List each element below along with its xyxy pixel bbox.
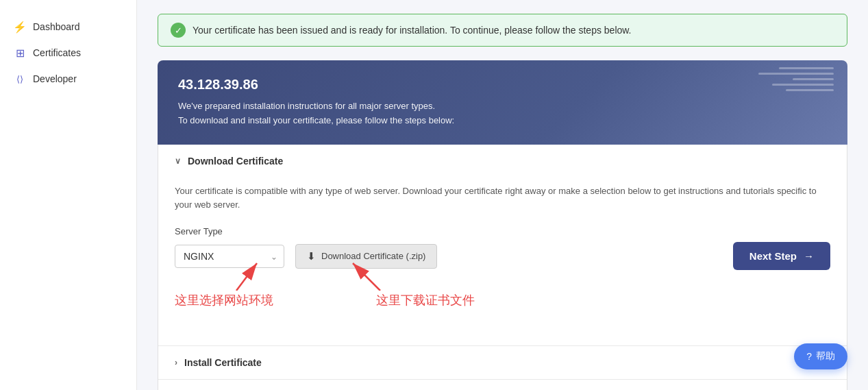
installation-card: 43.128.39.86 We've prepared installation… (158, 60, 847, 390)
success-banner: ✓ Your certificate has been issued and i… (158, 14, 847, 47)
header-card: 43.128.39.86 We've prepared installation… (158, 60, 847, 145)
main-content: ✓ Your certificate has been issued and i… (137, 0, 868, 390)
deco-line (758, 73, 834, 75)
download-actions-row: NGINX Apache IIS cPanel Plesk Other (175, 242, 830, 270)
question-icon: ? (806, 351, 812, 362)
success-message: Your certificate has been issued and is … (193, 25, 632, 36)
server-ip: 43.128.39.86 (178, 77, 827, 93)
arrows-area (158, 311, 847, 345)
decoration (758, 67, 834, 91)
install-title: Install Certificate (184, 357, 262, 368)
deco-line (793, 78, 834, 80)
deco-line (786, 89, 834, 91)
download-btn-label: Download Certificate (.zip) (321, 251, 425, 261)
server-type-label-text: Server Type (175, 226, 830, 236)
sidebar: ⚡ Dashboard ⊞ Certificates ⟨⟩ Developer (0, 0, 137, 390)
sidebar-item-dashboard[interactable]: ⚡ Dashboard (0, 14, 136, 40)
deco-line (779, 67, 834, 69)
complete-section: › Installation Complete (158, 380, 847, 390)
certificates-icon: ⊞ (14, 47, 26, 59)
sidebar-item-developer[interactable]: ⟨⟩ Developer (0, 66, 136, 92)
annotation-right: 这里下载证书文件 (376, 292, 475, 308)
decoration-lines (758, 67, 834, 91)
success-icon: ✓ (171, 23, 186, 38)
sidebar-item-label: Developer (33, 73, 77, 84)
sidebar-item-label: Certificates (33, 47, 81, 58)
download-icon: ⬇ (307, 250, 316, 263)
download-header[interactable]: ∨ Download Certificate (158, 145, 847, 178)
header-desc: We've prepared installation instructions… (178, 99, 827, 128)
complete-header[interactable]: › Installation Complete (158, 380, 847, 390)
sidebar-item-certificates[interactable]: ⊞ Certificates (0, 40, 136, 66)
server-type-select[interactable]: NGINX Apache IIS cPanel Plesk Other (175, 245, 284, 268)
dashboard-icon: ⚡ (14, 21, 26, 33)
download-title: Download Certificate (188, 156, 283, 167)
download-body: Your certificate is compatible with any … (158, 178, 847, 287)
annotation-left: 这里选择网站环境 (175, 292, 273, 308)
chevron-down-icon: ∨ (175, 156, 181, 166)
sidebar-item-label: Dashboard (33, 21, 80, 32)
annotation-row: 这里选择网站环境 这里下载证书文件 (158, 287, 847, 311)
download-certificate-button[interactable]: ⬇ Download Certificate (.zip) (295, 244, 437, 269)
content-card: ∨ Download Certificate Your certificate … (158, 145, 847, 390)
next-step-button[interactable]: Next Step → (733, 242, 830, 270)
install-header[interactable]: › Install Certificate (158, 346, 847, 379)
chevron-right-icon: › (175, 358, 177, 367)
next-step-label: Next Step (749, 250, 797, 262)
download-section: ∨ Download Certificate Your certificate … (158, 145, 847, 347)
install-section: › Install Certificate (158, 346, 847, 380)
download-description: Your certificate is compatible with any … (175, 184, 830, 213)
arrow-right-icon: → (804, 250, 814, 262)
help-button[interactable]: ? 帮助 (794, 343, 847, 369)
deco-line (772, 84, 834, 86)
developer-icon: ⟨⟩ (14, 73, 26, 85)
server-type-wrapper: NGINX Apache IIS cPanel Plesk Other (175, 245, 284, 268)
help-label: 帮助 (816, 350, 835, 363)
